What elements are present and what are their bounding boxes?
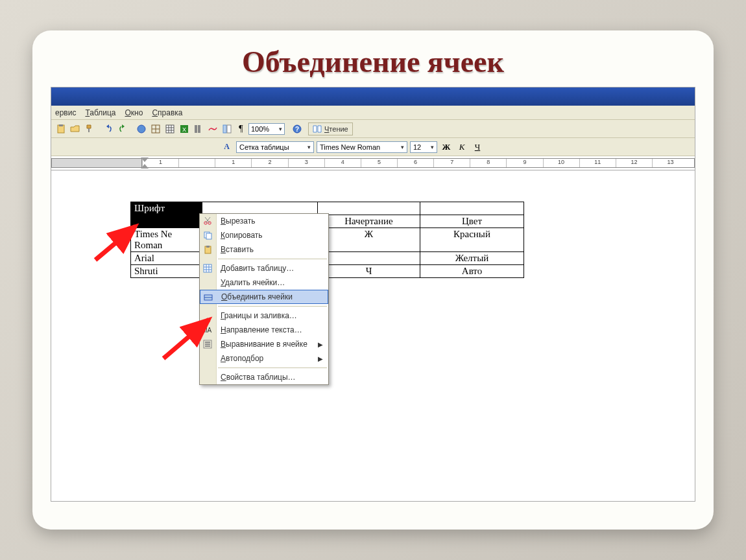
help-icon[interactable]: ? <box>290 122 304 135</box>
table-icon <box>202 262 213 274</box>
submenu-arrow-icon: ▶ <box>318 341 323 348</box>
dropdown-arrow-icon[interactable]: ▾ <box>307 144 311 150</box>
window-titlebar <box>51 88 695 106</box>
document-area[interactable]: Шрифт Размер Начертание Цвет Times Ne Ro… <box>51 170 695 501</box>
reading-mode-button[interactable]: Чтение <box>308 122 353 135</box>
table-cell[interactable]: Times Ne Roman <box>131 228 202 252</box>
context-menu-label: Копировать <box>221 231 263 240</box>
svg-line-22 <box>206 217 210 223</box>
align-icon <box>202 338 213 350</box>
context-menu-item[interactable]: Удалить ячейки… <box>200 275 328 290</box>
style-dropdown[interactable]: Сетка таблицы ▾ <box>236 141 314 153</box>
context-menu-item[interactable]: Копировать <box>200 228 328 242</box>
table-cell[interactable]: Авто <box>420 265 524 278</box>
svg-rect-25 <box>206 233 211 239</box>
context-menu[interactable]: ВырезатьКопироватьВставитьДобавить табли… <box>199 213 329 385</box>
paste-icon <box>202 244 213 255</box>
blank-icon <box>202 353 213 364</box>
context-menu-item[interactable]: Объединить ячейки <box>200 290 328 304</box>
svg-text:llA: llA <box>204 327 211 334</box>
svg-line-23 <box>205 217 210 223</box>
table-cell[interactable]: Желтый <box>420 252 524 265</box>
context-menu-label: Добавить таблицу… <box>221 264 294 273</box>
excel-icon[interactable]: X <box>177 122 191 135</box>
context-menu-item[interactable]: Добавить таблицу… <box>200 261 328 275</box>
drawing-icon[interactable] <box>206 122 219 135</box>
menu-table[interactable]: Таблица <box>85 108 115 117</box>
table-cell[interactable] <box>318 252 420 265</box>
styles-icon[interactable]: A <box>220 140 234 154</box>
italic-button[interactable]: К <box>455 141 468 154</box>
context-menu-item[interactable]: Вставить <box>200 242 328 257</box>
cell-text: Times Ne <box>134 229 172 239</box>
context-menu-label: Свойства таблицы… <box>221 373 296 382</box>
context-menu-item[interactable]: Свойства таблицы… <box>200 370 328 384</box>
dropdown-arrow-icon[interactable]: ▾ <box>279 126 282 132</box>
svg-rect-7 <box>166 125 174 133</box>
context-menu-label: Удалить ячейки… <box>221 278 285 287</box>
svg-text:?: ? <box>295 126 298 133</box>
context-menu-label: Объединить ячейки <box>221 292 293 301</box>
copy-icon <box>202 229 213 241</box>
horizontal-ruler[interactable]: 112345678910111213 <box>51 156 695 170</box>
insert-table-icon[interactable] <box>163 122 176 135</box>
table-cell[interactable]: Ч <box>318 265 420 278</box>
zoom-field[interactable]: 100% ▾ <box>248 123 285 135</box>
menu-service[interactable]: ервис <box>55 108 76 117</box>
font-value: Times New Roman <box>320 143 380 151</box>
merge-icon <box>202 292 214 303</box>
standard-toolbar: X ¶ 100% ▾ ? Чтение <box>51 120 695 138</box>
context-menu-label: Направление текста… <box>221 325 302 334</box>
submenu-arrow-icon: ▶ <box>318 355 323 362</box>
svg-rect-38 <box>205 344 210 345</box>
menu-help[interactable]: Справка <box>152 108 182 117</box>
table-cell[interactable]: Красный <box>420 228 524 252</box>
table-cell[interactable]: Шрифт <box>131 202 202 215</box>
dropdown-arrow-icon[interactable]: ▾ <box>401 144 404 150</box>
open-icon[interactable] <box>68 122 82 135</box>
size-dropdown[interactable]: 12 ▾ <box>410 141 437 153</box>
table-cell[interactable]: Ж <box>318 228 420 252</box>
table-cell[interactable]: Shruti <box>131 265 202 278</box>
svg-point-3 <box>138 125 145 133</box>
redo-icon[interactable] <box>115 122 129 135</box>
table-cell[interactable] <box>318 202 420 215</box>
zoom-value: 100% <box>251 125 269 133</box>
menu-window[interactable]: Окно <box>125 108 143 117</box>
table-cell[interactable]: Начертание <box>318 215 420 228</box>
columns-icon[interactable] <box>191 122 205 135</box>
table-cell[interactable] <box>131 215 202 228</box>
blank-icon <box>202 277 213 288</box>
context-menu-item[interactable]: Выравнивание в ячейке▶ <box>200 337 328 351</box>
table-cell[interactable]: Arial <box>131 252 202 265</box>
svg-rect-14 <box>195 125 197 133</box>
paragraph-marks-icon[interactable]: ¶ <box>234 122 248 135</box>
dropdown-arrow-icon[interactable]: ▾ <box>431 144 434 150</box>
formatting-toolbar: A Сетка таблицы ▾ Times New Roman ▾ 12 ▾… <box>51 138 695 156</box>
table-cell[interactable] <box>420 202 524 215</box>
context-menu-label: Выравнивание в ячейке <box>221 340 307 349</box>
svg-rect-16 <box>223 125 226 133</box>
context-menu-item[interactable]: Автоподбор▶ <box>200 351 328 366</box>
table-cell[interactable]: Цвет <box>420 215 524 228</box>
context-menu-item[interactable]: Вырезать <box>200 214 328 228</box>
format-painter-icon[interactable] <box>82 122 96 135</box>
context-menu-item[interactable]: llAНаправление текста… <box>200 323 328 337</box>
paste-icon[interactable] <box>54 122 67 135</box>
slide-title: Объединение ячеек <box>51 45 695 79</box>
context-menu-label: Вставить <box>221 245 254 254</box>
doc-map-icon[interactable] <box>220 122 234 135</box>
hyperlink-icon[interactable] <box>134 122 148 135</box>
menu-bar[interactable]: ервис Таблица Окно Справка <box>51 106 695 120</box>
font-dropdown[interactable]: Times New Roman ▾ <box>317 141 407 153</box>
tables-borders-icon[interactable] <box>149 122 162 135</box>
text-dir-icon: llA <box>202 324 213 336</box>
slide-frame: Объединение ячеек ервис Таблица Окно Спр… <box>32 30 714 530</box>
underline-button[interactable]: Ч <box>471 141 484 154</box>
blank-icon <box>202 371 213 383</box>
bold-button[interactable]: Ж <box>440 141 453 154</box>
undo-icon[interactable] <box>101 122 115 135</box>
svg-rect-1 <box>59 124 63 126</box>
svg-rect-27 <box>206 246 210 248</box>
context-menu-item[interactable]: Границы и заливка… <box>200 309 328 323</box>
